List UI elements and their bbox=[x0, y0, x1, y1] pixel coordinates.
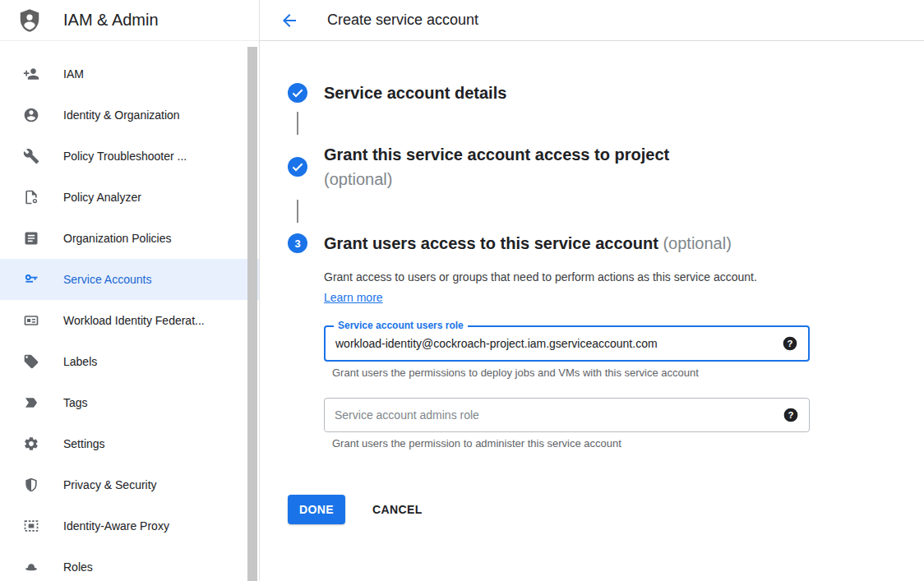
admins-role-input[interactable] bbox=[325, 399, 809, 431]
topbar: Create service account bbox=[260, 0, 924, 41]
step-2-optional-label: (optional) bbox=[324, 167, 669, 191]
users-role-field-label: Service account users role bbox=[334, 320, 468, 331]
sidebar-item-identity-organization[interactable]: Identity & Organization bbox=[0, 95, 259, 136]
app-root: IAM & Admin IAM Identity & Organization … bbox=[0, 0, 924, 581]
wrench-icon bbox=[23, 148, 39, 164]
sidebar-item-iam[interactable]: IAM bbox=[0, 53, 259, 95]
sidebar-item-label: Privacy & Security bbox=[63, 478, 157, 491]
sidebar-item-organization-policies[interactable]: Organization Policies bbox=[0, 218, 259, 259]
step-3-title: Grant users access to this service accou… bbox=[324, 231, 732, 256]
cancel-button[interactable]: CANCEL bbox=[372, 503, 423, 516]
help-icon: ? bbox=[783, 407, 799, 423]
sidebar-item-label: Settings bbox=[63, 437, 105, 450]
form-actions: DONE CANCEL bbox=[288, 495, 924, 524]
sidebar: IAM & Admin IAM Identity & Organization … bbox=[0, 0, 260, 581]
sidebar-item-workload-identity-federation[interactable]: Workload Identity Federat... bbox=[0, 300, 259, 341]
step-connector bbox=[297, 200, 298, 223]
sidebar-nav: IAM Identity & Organization Policy Troub… bbox=[0, 41, 259, 581]
sidebar-item-privacy-security[interactable]: Privacy & Security bbox=[0, 464, 259, 505]
sidebar-item-label: Roles bbox=[63, 560, 93, 574]
shield-person-icon bbox=[17, 8, 42, 33]
sidebar-item-label: Policy Troubleshooter ... bbox=[63, 150, 187, 163]
org-policies-icon bbox=[23, 230, 39, 247]
done-button[interactable]: DONE bbox=[288, 495, 345, 524]
sidebar-item-policy-analyzer[interactable]: Policy Analyzer bbox=[0, 177, 259, 218]
back-arrow-icon bbox=[280, 11, 299, 30]
shield-icon bbox=[23, 477, 39, 493]
step-3-optional-label: (optional) bbox=[663, 234, 731, 252]
proxy-icon bbox=[23, 518, 39, 534]
step-3-row: 3 Grant users access to this service acc… bbox=[288, 231, 924, 256]
person-add-icon bbox=[23, 66, 39, 82]
gear-icon bbox=[23, 436, 39, 452]
sidebar-item-identity-aware-proxy[interactable]: Identity-Aware Proxy bbox=[0, 505, 259, 546]
sidebar-item-labels[interactable]: Labels bbox=[0, 341, 259, 382]
step-connector bbox=[297, 112, 298, 135]
step-3-description: Grant access to users or groups that nee… bbox=[324, 267, 781, 308]
account-circle-icon bbox=[23, 107, 39, 123]
id-card-icon bbox=[23, 312, 39, 329]
sidebar-item-label: Service Accounts bbox=[63, 273, 151, 286]
sidebar-item-label: Policy Analyzer bbox=[63, 191, 141, 204]
sidebar-item-label: Labels bbox=[63, 355, 97, 368]
product-name: IAM & Admin bbox=[63, 11, 159, 30]
sidebar-item-tags[interactable]: Tags bbox=[0, 382, 259, 423]
check-circle-icon bbox=[288, 157, 307, 177]
sidebar-item-label: Organization Policies bbox=[63, 232, 172, 245]
tag-icon bbox=[23, 394, 39, 411]
hat-icon bbox=[23, 559, 39, 575]
svg-text:?: ? bbox=[788, 410, 794, 420]
back-button[interactable] bbox=[280, 11, 299, 30]
users-role-input[interactable] bbox=[326, 327, 808, 360]
users-role-helper-text: Grant users the permissions to deploy jo… bbox=[332, 367, 924, 379]
step-2-title-text: Grant this service account access to pro… bbox=[324, 142, 669, 167]
policy-analyzer-icon bbox=[23, 189, 39, 205]
sidebar-item-label: IAM bbox=[63, 67, 84, 81]
step-1-row: Service account details bbox=[288, 81, 924, 105]
admins-role-field: ? bbox=[324, 398, 810, 432]
sidebar-item-service-accounts[interactable]: Service Accounts bbox=[0, 259, 259, 300]
label-icon bbox=[23, 353, 39, 370]
step-2-row: Grant this service account access to pro… bbox=[288, 142, 924, 191]
learn-more-link[interactable]: Learn more bbox=[324, 291, 383, 304]
page-title: Create service account bbox=[327, 12, 478, 29]
sidebar-item-settings[interactable]: Settings bbox=[0, 423, 259, 464]
main-content: Create service account Service account d… bbox=[260, 0, 924, 581]
step-2-title: Grant this service account access to pro… bbox=[324, 142, 669, 191]
service-account-key-icon bbox=[23, 271, 39, 288]
sidebar-item-roles[interactable]: Roles bbox=[0, 546, 259, 581]
admins-role-helper-text: Grant users the permission to administer… bbox=[332, 437, 924, 450]
create-service-account-form: Service account details Grant this servi… bbox=[260, 41, 924, 524]
check-circle-icon bbox=[288, 83, 307, 103]
sidebar-item-label: Identity & Organization bbox=[63, 108, 180, 122]
sidebar-scrollbar[interactable] bbox=[247, 47, 257, 581]
sidebar-header: IAM & Admin bbox=[0, 0, 259, 41]
users-role-field: Service account users role ? bbox=[324, 325, 810, 362]
description-text: Grant access to users or groups that nee… bbox=[324, 270, 757, 284]
step-3-body: Grant access to users or groups that nee… bbox=[324, 267, 924, 450]
step-3-title-text: Grant users access to this service accou… bbox=[324, 234, 658, 252]
sidebar-item-label: Workload Identity Federat... bbox=[63, 314, 205, 327]
sidebar-item-label: Tags bbox=[63, 396, 88, 409]
sidebar-item-policy-troubleshooter[interactable]: Policy Troubleshooter ... bbox=[0, 136, 259, 177]
step-1-title: Service account details bbox=[324, 81, 506, 105]
admins-role-help-button[interactable]: ? bbox=[783, 407, 799, 423]
sidebar-item-label: Identity-Aware Proxy bbox=[63, 519, 169, 533]
users-role-help-button[interactable]: ? bbox=[782, 335, 798, 352]
svg-text:?: ? bbox=[788, 339, 793, 348]
step-3-number-badge: 3 bbox=[288, 233, 307, 253]
help-icon: ? bbox=[782, 335, 798, 352]
